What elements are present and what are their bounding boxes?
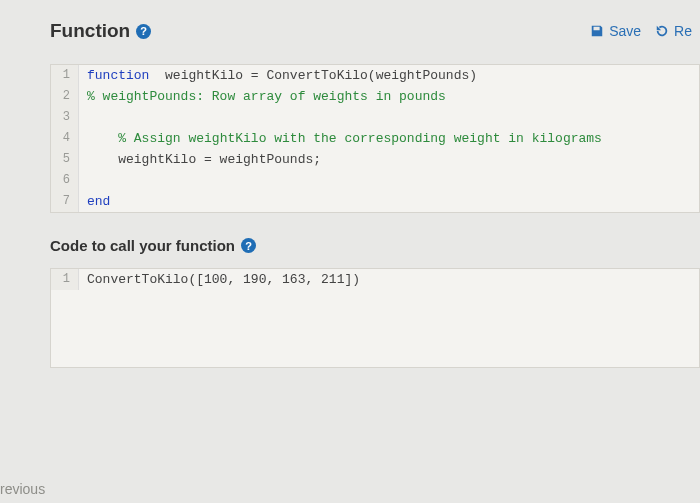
function-title-text: Function bbox=[50, 20, 130, 42]
line-number: 1 bbox=[51, 65, 79, 86]
line-number: 1 bbox=[51, 269, 79, 290]
code-text: end bbox=[79, 191, 110, 212]
save-label: Save bbox=[609, 23, 641, 39]
line-number: 6 bbox=[51, 170, 79, 191]
help-icon[interactable]: ? bbox=[136, 24, 151, 39]
call-code-editor[interactable]: 1ConvertToKilo([100, 190, 163, 211]) bbox=[50, 268, 700, 368]
reset-label: Re bbox=[674, 23, 692, 39]
line-number: 2 bbox=[51, 86, 79, 107]
toolbar: Save Re bbox=[590, 23, 700, 39]
code-text bbox=[79, 107, 87, 128]
header-row: Function ? Save Re bbox=[50, 20, 700, 42]
code-text: weightKilo = weightPounds; bbox=[79, 149, 321, 170]
function-code-editor[interactable]: 1function weightKilo = ConvertToKilo(wei… bbox=[50, 64, 700, 213]
line-number: 3 bbox=[51, 107, 79, 128]
reset-button[interactable]: Re bbox=[655, 23, 692, 39]
help-icon[interactable]: ? bbox=[241, 238, 256, 253]
code-text: % Assign weightKilo with the correspondi… bbox=[79, 128, 602, 149]
line-number: 7 bbox=[51, 191, 79, 212]
reset-icon bbox=[655, 24, 669, 38]
line-number: 5 bbox=[51, 149, 79, 170]
previous-link[interactable]: revious bbox=[0, 481, 45, 497]
save-icon bbox=[590, 24, 604, 38]
code-text: ConvertToKilo([100, 190, 163, 211]) bbox=[79, 269, 360, 290]
call-title-text: Code to call your function bbox=[50, 237, 235, 254]
function-section-title: Function ? bbox=[50, 20, 151, 42]
code-text: % weightPounds: Row array of weights in … bbox=[79, 86, 446, 107]
line-number: 4 bbox=[51, 128, 79, 149]
save-button[interactable]: Save bbox=[590, 23, 641, 39]
call-section-title: Code to call your function ? bbox=[50, 237, 700, 254]
code-text: function weightKilo = ConvertToKilo(weig… bbox=[79, 65, 477, 86]
code-text bbox=[79, 170, 87, 191]
